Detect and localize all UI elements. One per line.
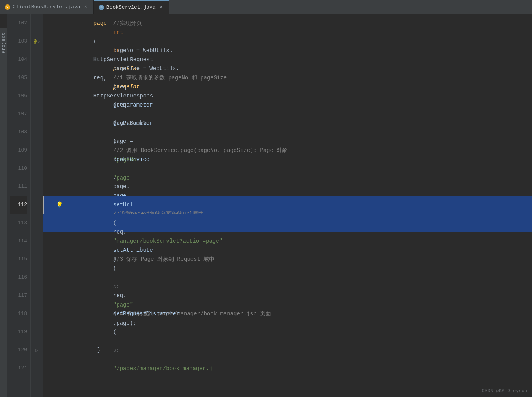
ln-117: 117	[10, 287, 27, 305]
gutter-102	[31, 14, 43, 32]
ln-103: 103	[10, 32, 27, 51]
gutter-120: ▷	[31, 341, 43, 359]
ln-113: 113	[10, 214, 27, 232]
gutter-110	[31, 159, 43, 178]
gutter-118	[31, 305, 43, 323]
gutter-arrow-120: ▷	[35, 348, 38, 353]
gutter-113	[31, 214, 43, 232]
tab-icon-client: C	[5, 4, 10, 10]
ln-115: 115	[10, 250, 27, 268]
tab-client-book-servlet[interactable]: C ClientBookServlet.java ×	[0, 0, 94, 14]
method-parseint-107: parseInt	[113, 84, 140, 90]
code-line-121	[43, 359, 532, 377]
gutter-arrow-103: ▽	[37, 39, 40, 44]
gutter-112	[31, 196, 43, 214]
gutter-119	[31, 323, 43, 341]
gutter-103: @ ▽	[31, 32, 43, 51]
gutter-117	[31, 287, 43, 305]
project-sidebar[interactable]: Project	[0, 28, 7, 397]
code-panel: 102 103 104 105 106 107 108 109 110 111 …	[7, 14, 532, 397]
line-numbers: 102 103 104 105 106 107 108 109 110 111 …	[7, 14, 31, 397]
project-label: Project	[1, 32, 6, 53]
ln-105: 105	[10, 69, 27, 87]
code-line-119: req. getRequestDispatcher ( s: "/pages/m…	[43, 323, 532, 341]
ln-110: 110	[10, 159, 27, 178]
gutter-109	[31, 141, 43, 159]
gutter-107	[31, 105, 43, 123]
gutter-106	[31, 87, 43, 105]
ln-120: 120	[10, 341, 27, 359]
kw-int-107: int	[113, 47, 127, 54]
tab-label-book: BookServlet.java	[106, 4, 156, 10]
ln-102: 102	[10, 14, 27, 32]
ln-106: 106	[10, 87, 27, 105]
method-getdispatcher: getRequestDispatcher	[113, 311, 179, 317]
method-setattr: setAttribute	[113, 247, 153, 253]
gutter-115	[31, 250, 43, 268]
ln-109: 109	[10, 141, 27, 159]
ln-107: 107	[10, 105, 27, 123]
ln-108: 108	[10, 123, 27, 141]
ln-119: 119	[10, 323, 27, 341]
ln-104: 104	[10, 51, 27, 69]
tab-book-servlet[interactable]: C BookServlet.java ×	[94, 0, 169, 14]
ln-118: 118	[10, 305, 27, 323]
ln-114: 114	[10, 232, 27, 250]
gutter-121	[31, 359, 43, 377]
ln-111: 111	[10, 178, 27, 196]
tab-close-book[interactable]: ×	[158, 4, 164, 11]
watermark: CSDN @KK-Greyson	[482, 388, 527, 394]
gutter-105	[31, 69, 43, 87]
tab-close-client[interactable]: ×	[83, 4, 89, 11]
code-editor[interactable]: //实现分页 protected void page ( HttpServlet…	[43, 14, 532, 397]
code-line-120: }	[43, 341, 532, 359]
tab-bar: C ClientBookServlet.java × C BookServlet…	[0, 0, 532, 14]
gutter: @ ▽ ▷	[31, 14, 43, 397]
gutter-111	[31, 178, 43, 196]
ln-121: 121	[10, 359, 27, 377]
ln-112: 112	[10, 196, 27, 214]
gutter-108	[31, 123, 43, 141]
ln-116: 116	[10, 268, 27, 287]
gutter-114	[31, 232, 43, 250]
editor-wrapper: Project 102 103 104 105 106 107 108 109 …	[0, 14, 532, 397]
tab-icon-book: C	[99, 5, 104, 10]
cursor-112	[43, 196, 44, 214]
tab-label-client: ClientBookServlet.java	[13, 4, 80, 10]
annotation-marker: @	[34, 39, 37, 45]
gutter-104	[31, 51, 43, 69]
gutter-116	[31, 268, 43, 287]
ide-container: C ClientBookServlet.java × C BookServlet…	[0, 0, 532, 397]
